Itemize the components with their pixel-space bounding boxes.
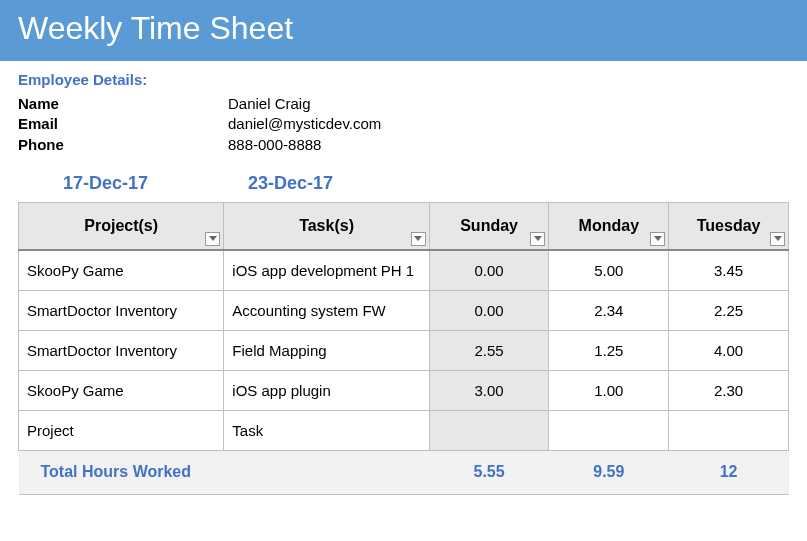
cell-monday[interactable]: 1.00 (549, 370, 669, 410)
cell-sunday[interactable]: 0.00 (429, 250, 549, 290)
table-body: SkooPy Game iOS app development PH 1 0.0… (19, 250, 789, 494)
totals-label: Total Hours Worked (19, 450, 430, 494)
svg-marker-1 (414, 236, 422, 241)
svg-marker-4 (774, 236, 782, 241)
cell-project[interactable]: SmartDoctor Inventory (19, 330, 224, 370)
cell-task[interactable]: Field Mapping (224, 330, 429, 370)
cell-monday[interactable]: 2.34 (549, 290, 669, 330)
cell-tuesday[interactable] (669, 410, 789, 450)
cell-tuesday[interactable]: 3.45 (669, 250, 789, 290)
table-row: SkooPy Game iOS app development PH 1 0.0… (19, 250, 789, 290)
cell-monday[interactable]: 1.25 (549, 330, 669, 370)
totals-sunday: 5.55 (429, 450, 549, 494)
svg-marker-0 (209, 236, 217, 241)
svg-marker-3 (654, 236, 662, 241)
cell-sunday[interactable]: 2.55 (429, 330, 549, 370)
filter-icon[interactable] (530, 232, 545, 246)
totals-tuesday: 12 (669, 450, 789, 494)
cell-tuesday[interactable]: 2.30 (669, 370, 789, 410)
header-tuesday: Tuesday (669, 202, 789, 250)
table-row: SmartDoctor Inventory Field Mapping 2.55… (19, 330, 789, 370)
header-monday: Monday (549, 202, 669, 250)
employee-email-row: Email daniel@mysticdev.com (18, 114, 789, 134)
header-sunday: Sunday (429, 202, 549, 250)
employee-details-title: Employee Details: (18, 71, 789, 88)
cell-project[interactable]: SmartDoctor Inventory (19, 290, 224, 330)
cell-task[interactable]: iOS app plugin (224, 370, 429, 410)
start-date: 17-Dec-17 (63, 173, 238, 194)
table-header-row: Project(s) Task(s) Sunday Monday Tuesday (19, 202, 789, 250)
filter-icon[interactable] (411, 232, 426, 246)
filter-icon[interactable] (650, 232, 665, 246)
timesheet-table: Project(s) Task(s) Sunday Monday Tuesday (18, 202, 789, 495)
cell-sunday[interactable]: 3.00 (429, 370, 549, 410)
cell-task[interactable]: Task (224, 410, 429, 450)
cell-monday[interactable] (549, 410, 669, 450)
employee-email-value: daniel@mysticdev.com (228, 114, 381, 134)
cell-project[interactable]: SkooPy Game (19, 250, 224, 290)
header-task-label: Task(s) (299, 217, 354, 234)
totals-monday: 9.59 (549, 450, 669, 494)
table-row: SmartDoctor Inventory Accounting system … (19, 290, 789, 330)
header-project-label: Project(s) (84, 217, 158, 234)
cell-monday[interactable]: 5.00 (549, 250, 669, 290)
page-title: Weekly Time Sheet (18, 10, 293, 46)
cell-sunday[interactable]: 0.00 (429, 290, 549, 330)
totals-row: Total Hours Worked 5.55 9.59 12 (19, 450, 789, 494)
page-header: Weekly Time Sheet (0, 0, 807, 61)
timesheet-table-wrap: Project(s) Task(s) Sunday Monday Tuesday (0, 202, 807, 495)
header-project: Project(s) (19, 202, 224, 250)
end-date: 23-Dec-17 (248, 173, 333, 194)
cell-sunday[interactable] (429, 410, 549, 450)
employee-name-value: Daniel Craig (228, 94, 311, 114)
filter-icon[interactable] (770, 232, 785, 246)
date-range: 17-Dec-17 23-Dec-17 (0, 159, 807, 202)
header-task: Task(s) (224, 202, 429, 250)
employee-phone-row: Phone 888-000-8888 (18, 135, 789, 155)
cell-tuesday[interactable]: 2.25 (669, 290, 789, 330)
cell-project[interactable]: SkooPy Game (19, 370, 224, 410)
employee-details: Employee Details: Name Daniel Craig Emai… (0, 61, 807, 159)
cell-task[interactable]: Accounting system FW (224, 290, 429, 330)
table-row: Project Task (19, 410, 789, 450)
employee-name-label: Name (18, 94, 228, 114)
employee-name-row: Name Daniel Craig (18, 94, 789, 114)
cell-tuesday[interactable]: 4.00 (669, 330, 789, 370)
header-monday-label: Monday (579, 217, 639, 234)
cell-project[interactable]: Project (19, 410, 224, 450)
cell-task[interactable]: iOS app development PH 1 (224, 250, 429, 290)
employee-email-label: Email (18, 114, 228, 134)
filter-icon[interactable] (205, 232, 220, 246)
svg-marker-2 (534, 236, 542, 241)
employee-phone-value: 888-000-8888 (228, 135, 321, 155)
header-tuesday-label: Tuesday (697, 217, 761, 234)
employee-phone-label: Phone (18, 135, 228, 155)
header-sunday-label: Sunday (460, 217, 518, 234)
table-row: SkooPy Game iOS app plugin 3.00 1.00 2.3… (19, 370, 789, 410)
